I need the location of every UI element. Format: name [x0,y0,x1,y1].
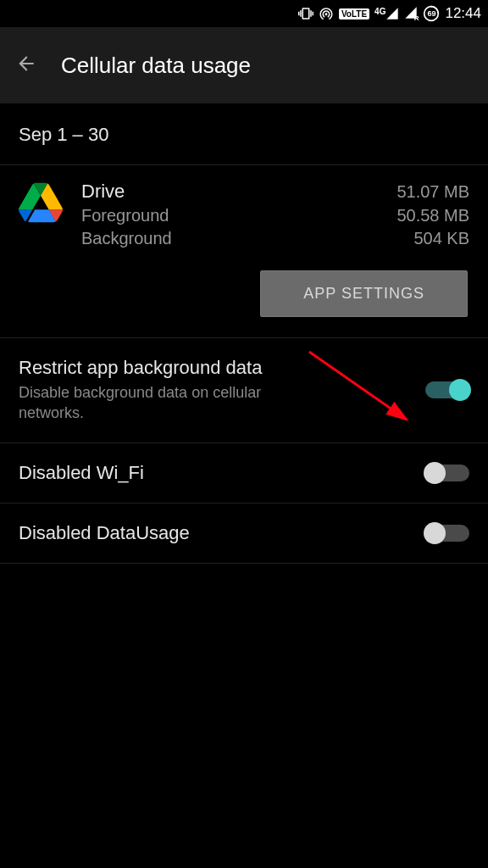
background-value: 504 KB [413,229,469,248]
drive-app-icon [19,181,63,225]
back-button[interactable] [15,53,37,78]
vibrate-icon [298,6,313,21]
signal-1-icon [385,7,399,20]
disabled-datausage-switch[interactable] [425,525,469,542]
disabled-datausage-row[interactable]: Disabled DataUsage [0,504,488,564]
page-title: Cellular data usage [61,53,251,79]
date-range[interactable]: Sep 1 – 30 [0,103,488,164]
background-label: Background [81,229,172,248]
disabled-wifi-row[interactable]: Disabled Wi_Fi [0,443,488,504]
battery-icon: 69 [423,5,440,22]
app-total-usage: 51.07 MB [396,182,469,202]
toggle-title: Restrict app background data [19,357,410,379]
toggle-title: Disabled DataUsage [19,522,410,544]
hotspot-icon [319,6,334,21]
restrict-background-row[interactable]: Restrict app background data Disable bac… [0,338,488,443]
app-settings-button[interactable]: APP SETTINGS [260,270,468,317]
app-usage-section: Drive 51.07 MB Foreground 50.58 MB Backg… [0,165,488,338]
foreground-value: 50.58 MB [396,206,469,225]
header: Cellular data usage [0,27,488,103]
app-row: Drive 51.07 MB Foreground 50.58 MB Backg… [0,165,488,257]
foreground-label: Foreground [81,206,169,225]
toggle-desc: Disable background data on cellular netw… [19,382,324,424]
volte-badge: VoLTE [339,8,369,19]
arrow-back-icon [15,53,37,75]
disabled-wifi-switch[interactable] [425,465,469,481]
app-name: Drive [81,181,125,203]
restrict-background-switch[interactable] [425,381,469,398]
date-section: Sep 1 – 30 [0,103,488,165]
status-bar: VoLTE 4G R 69 12:44 [0,0,488,27]
app-info: Drive 51.07 MB Foreground 50.58 MB Backg… [81,181,469,248]
toggle-title: Disabled Wi_Fi [19,462,410,484]
network-type: 4G [374,7,385,16]
clock: 12:44 [445,5,481,22]
